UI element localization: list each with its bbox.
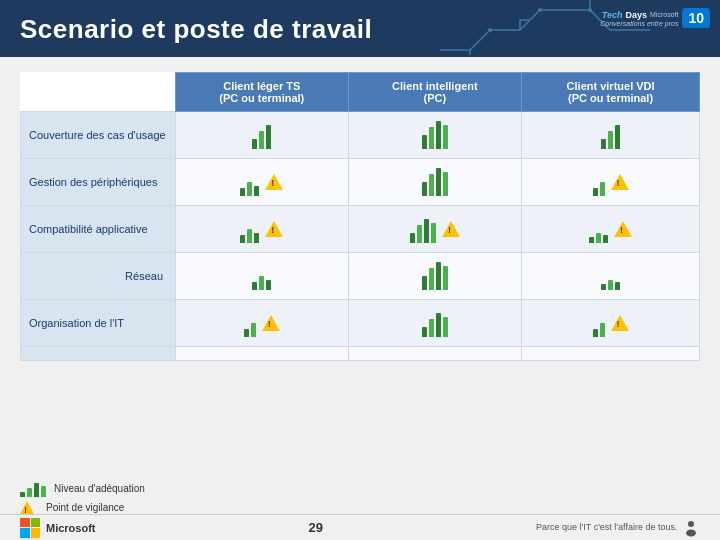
svg-point-1 (538, 8, 542, 12)
row-cell (522, 206, 700, 253)
bar-chart (593, 309, 605, 337)
legend-adequation: Niveau d'adéquation (20, 479, 145, 497)
legend: Niveau d'adéquation Point de vigilance (20, 479, 145, 514)
row-label: Gestion des périphériques (21, 159, 176, 206)
bar (251, 323, 256, 337)
bar-chart (240, 215, 259, 243)
warning-icon (262, 315, 280, 331)
row-cell (176, 253, 349, 300)
bar (259, 276, 264, 290)
microsoft-label: Microsoft (46, 522, 96, 534)
bar (431, 223, 436, 243)
bar (593, 188, 598, 196)
bar (443, 266, 448, 290)
legend-vigilance: Point de vigilance (20, 501, 145, 514)
row-cell (176, 159, 349, 206)
row-cell (348, 300, 522, 347)
row-cell (348, 112, 522, 159)
page-number: 29 (309, 520, 323, 535)
bar-chart (601, 262, 620, 290)
bar (443, 317, 448, 337)
bar (422, 182, 427, 196)
col-header-empty (21, 73, 176, 112)
legend-vigilance-label: Point de vigilance (46, 502, 124, 513)
scenario-table: Client léger TS(PC ou terminal) Client i… (20, 72, 700, 361)
bar-chart (422, 121, 448, 149)
row-cell (348, 159, 522, 206)
bar-chart (410, 215, 436, 243)
bar (252, 139, 257, 149)
bar (603, 235, 608, 243)
bar (429, 319, 434, 337)
person-icon (682, 519, 700, 537)
bar (596, 233, 601, 243)
row-cell (348, 253, 522, 300)
row-cell (522, 300, 700, 347)
bar (615, 282, 620, 290)
warning-icon (611, 315, 629, 331)
slide: Scenario et poste de travail Tech Days M… (0, 0, 720, 540)
warning-icon (611, 174, 629, 190)
row-cell (522, 159, 700, 206)
bar-chart (593, 168, 605, 196)
table-row: Compatibilité applicative (21, 206, 700, 253)
bar (417, 225, 422, 243)
empty-cell (522, 347, 700, 361)
row-label: Compatibilité applicative (21, 206, 176, 253)
ms-logo-squares (20, 518, 40, 538)
bar (601, 139, 606, 149)
table-row: Organisation de l'IT (21, 300, 700, 347)
ms-sq-blue (20, 528, 30, 538)
bar (429, 174, 434, 196)
bar (443, 125, 448, 149)
bar (422, 327, 427, 337)
bar-chart (601, 121, 620, 149)
bar (34, 483, 39, 497)
bar-chart (589, 215, 608, 243)
empty-cell (176, 347, 349, 361)
bar (615, 125, 620, 149)
legend-bar-icon (20, 479, 46, 497)
svg-point-3 (688, 521, 694, 527)
ms-sq-green (31, 518, 41, 528)
bar (41, 486, 46, 497)
bar (424, 219, 429, 243)
bar (247, 229, 252, 243)
bar (252, 282, 257, 290)
microsoft-logo: Microsoft (20, 518, 96, 538)
bar (608, 131, 613, 149)
empty-cell (21, 347, 176, 361)
bar (266, 280, 271, 290)
row-cell (522, 112, 700, 159)
col-header-leger: Client léger TS(PC ou terminal) (176, 73, 349, 112)
bar (266, 125, 271, 149)
bar (608, 280, 613, 290)
table-row-empty (21, 347, 700, 361)
bar-chart (422, 262, 448, 290)
warning-icon (442, 221, 460, 237)
svg-point-0 (488, 28, 492, 32)
bar (593, 329, 598, 337)
legend-warn-icon (20, 501, 34, 514)
bar (600, 182, 605, 196)
bar (436, 121, 441, 149)
techdays-number: 10 (682, 8, 710, 28)
bar (254, 233, 259, 243)
row-label: Couverture des cas d'usage (21, 112, 176, 159)
bar (429, 268, 434, 290)
row-cell (176, 112, 349, 159)
warning-icon (265, 221, 283, 237)
warning-icon (614, 221, 632, 237)
bar (20, 492, 25, 497)
table-row: Gestion des périphériques (21, 159, 700, 206)
bar (422, 135, 427, 149)
row-cell (522, 253, 700, 300)
slide-title: Scenario et poste de travail (20, 14, 372, 44)
bar-chart (422, 309, 448, 337)
bar-chart (252, 262, 271, 290)
row-label: Organisation de l'IT (21, 300, 176, 347)
bar (410, 233, 415, 243)
bar (589, 237, 594, 243)
bar (443, 172, 448, 196)
bar (601, 284, 606, 290)
